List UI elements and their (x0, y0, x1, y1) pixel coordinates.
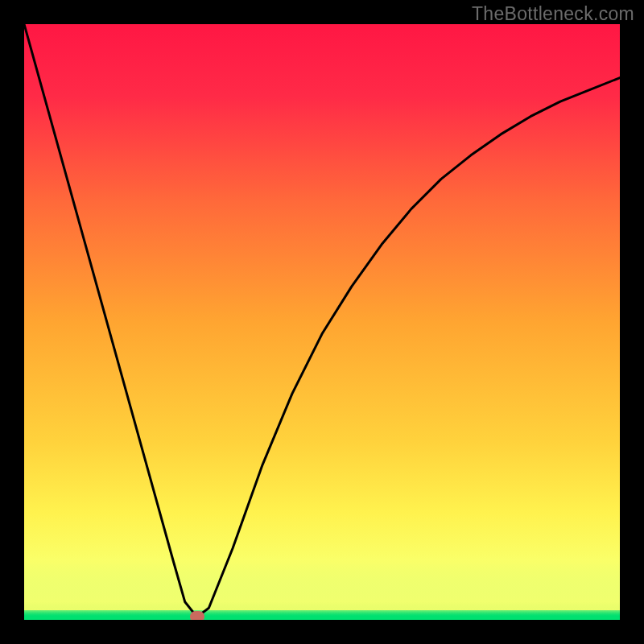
plot-area (24, 24, 620, 620)
highlight-band-green (24, 610, 620, 620)
chart-frame: TheBottleneck.com (0, 0, 644, 644)
highlight-band-yellow (24, 554, 620, 610)
watermark-text: TheBottleneck.com (472, 3, 634, 25)
gradient-rect (24, 24, 620, 620)
gradient-background (24, 24, 620, 620)
minimum-marker (190, 611, 204, 620)
